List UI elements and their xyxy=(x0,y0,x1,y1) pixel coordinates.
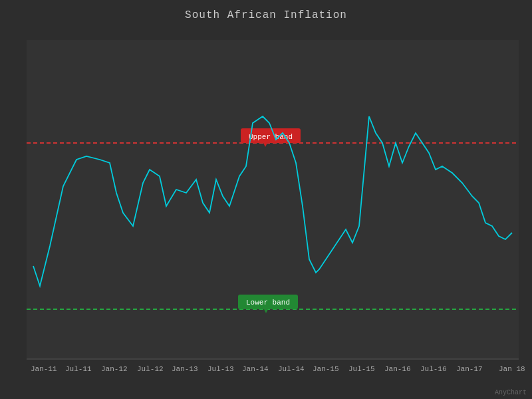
plot-bg xyxy=(27,40,519,359)
x-label-jul16: Jul-16 xyxy=(420,365,447,373)
x-label-jul13: Jul-13 xyxy=(207,365,234,373)
x-label-jan11: Jan-11 xyxy=(31,365,57,373)
chart-container: South African Inflation Upper band Lower… xyxy=(0,0,532,399)
watermark: AnyChart xyxy=(495,389,527,396)
x-label-jul12: Jul-12 xyxy=(137,365,164,373)
x-label-jan15: Jan-15 xyxy=(313,365,339,373)
lower-band-text: Lower band xyxy=(246,299,290,307)
x-label-jan12: Jan-12 xyxy=(101,365,128,373)
x-label-jan17: Jan-17 xyxy=(456,365,483,373)
x-label-jul15: Jul-15 xyxy=(348,365,375,373)
chart-svg: Upper band Lower band Jan-11 Jul-11 Jan-… xyxy=(0,0,532,399)
upper-band-text: Upper band xyxy=(249,133,293,141)
x-label-jul11: Jul-11 xyxy=(65,365,92,373)
x-label-jul14: Jul-14 xyxy=(278,365,305,373)
x-label-jan13: Jan-13 xyxy=(172,365,198,373)
x-label-jan14: Jan-14 xyxy=(242,365,269,373)
x-label-jan16: Jan-16 xyxy=(384,365,411,373)
x-label-jan18: Jan 18 xyxy=(499,365,525,373)
